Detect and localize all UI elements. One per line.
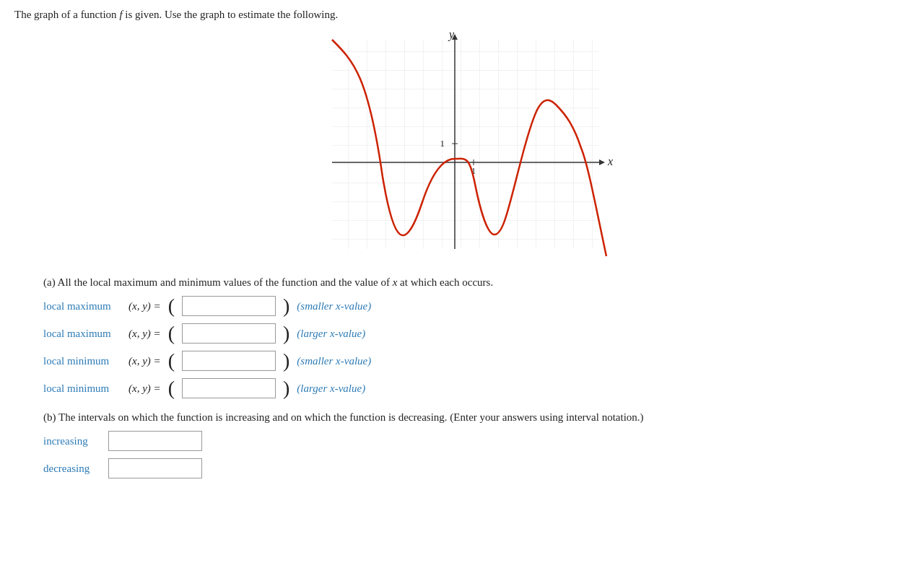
local-min-input-2[interactable] xyxy=(182,378,276,398)
decreasing-input[interactable] xyxy=(108,458,202,478)
y-axis-label: y xyxy=(448,32,455,41)
paren-open-3: ( xyxy=(168,351,175,371)
x-value-label-2: (larger x-value) xyxy=(297,328,365,340)
x-axis-arrow xyxy=(599,159,605,165)
section-a-label: (a) All the local maximum and minimum va… xyxy=(43,276,910,289)
x-value-label-4: (larger x-value) xyxy=(297,382,365,395)
paren-open-2: ( xyxy=(168,323,175,344)
local-max-input-2[interactable] xyxy=(182,323,276,344)
local-min-row-2: local minimum (x, y) = ( ) (larger x-val… xyxy=(43,378,910,398)
svg-rect-0 xyxy=(332,40,599,249)
xy-eq-4: (x, y) = xyxy=(128,382,161,395)
local-min-label-1: local minimum xyxy=(43,355,123,367)
paren-close-1: ) xyxy=(283,296,289,316)
intro-text: The graph of a function f is given. Use … xyxy=(14,9,910,21)
increasing-input[interactable] xyxy=(108,431,202,451)
xy-eq-3: (x, y) = xyxy=(128,355,161,367)
local-min-label-2: local minimum xyxy=(43,382,123,395)
x-value-label-1: (smaller x-value) xyxy=(297,300,371,312)
local-max-row-1: local maximum (x, y) = ( ) (smaller x-va… xyxy=(43,296,910,316)
xy-eq-2: (x, y) = xyxy=(128,328,161,340)
local-max-row-2: local maximum (x, y) = ( ) (larger x-val… xyxy=(43,323,910,344)
xy-eq-1: (x, y) = xyxy=(128,300,161,312)
function-graph: x y 1 1 xyxy=(310,32,614,263)
paren-open-4: ( xyxy=(168,378,175,398)
local-max-input-1[interactable] xyxy=(182,296,276,316)
x-axis-label: x xyxy=(607,155,613,167)
increasing-row: increasing xyxy=(43,431,910,451)
increasing-label: increasing xyxy=(43,435,101,447)
local-max-label-1: local maximum xyxy=(43,300,123,312)
paren-open-1: ( xyxy=(168,296,175,316)
decreasing-row: decreasing xyxy=(43,458,910,478)
local-min-input-1[interactable] xyxy=(182,351,276,371)
y-tick-1: 1 xyxy=(440,138,445,149)
local-min-row-1: local minimum (x, y) = ( ) (smaller x-va… xyxy=(43,351,910,371)
graph-container: x y 1 1 xyxy=(14,32,910,263)
paren-close-4: ) xyxy=(283,378,289,398)
decreasing-label: decreasing xyxy=(43,463,101,475)
local-max-label-2: local maximum xyxy=(43,328,123,340)
paren-close-3: ) xyxy=(283,351,289,371)
section-b-label: (b) The intervals on which the function … xyxy=(43,411,910,424)
paren-close-2: ) xyxy=(283,323,289,344)
x-value-label-3: (smaller x-value) xyxy=(297,355,371,367)
